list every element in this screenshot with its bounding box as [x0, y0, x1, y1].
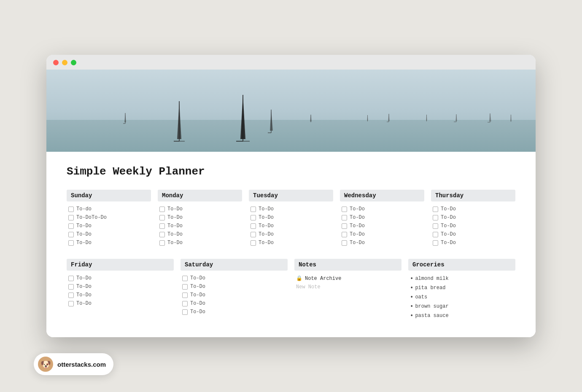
day-header-sunday: Sunday — [67, 190, 151, 201]
checkbox[interactable] — [251, 223, 256, 229]
todo-label: To-Do — [441, 223, 456, 229]
day-column-saturday: SaturdayTo-DoTo-DoTo-DoTo-DoTo-Do — [181, 259, 288, 320]
todo-item: To-DoTo-Do — [67, 213, 151, 222]
checkbox[interactable] — [68, 215, 74, 220]
checkbox[interactable] — [68, 284, 74, 290]
todo-label: To-Do — [350, 206, 365, 212]
checkbox[interactable] — [182, 301, 188, 306]
day-column-monday: MondayTo-DoTo-DoTo-DoTo-DoTo-Do — [158, 190, 242, 247]
todo-label: To-Do — [76, 240, 92, 246]
checkbox[interactable] — [342, 240, 347, 246]
grocery-label: brown sugar — [415, 303, 448, 309]
checkbox[interactable] — [68, 301, 74, 306]
bullet-icon: • — [410, 303, 413, 310]
grocery-label: pasta sauce — [415, 313, 448, 319]
todo-label: To-Do — [350, 223, 365, 229]
maximize-button[interactable] — [71, 60, 76, 65]
checkbox[interactable] — [159, 215, 165, 220]
grocery-label: almond milk — [415, 276, 448, 282]
checkbox[interactable] — [159, 240, 165, 246]
grocery-item: •oats — [408, 293, 515, 302]
todo-label: To-Do — [167, 223, 183, 229]
todo-item: To-Do — [431, 230, 515, 239]
svg-rect-1 — [46, 120, 536, 152]
checkbox[interactable] — [68, 223, 74, 229]
checkbox[interactable] — [159, 232, 165, 237]
checkbox[interactable] — [159, 223, 165, 229]
checkbox[interactable] — [251, 215, 256, 220]
todo-label: To-Do — [259, 223, 274, 229]
todo-label: To-Do — [190, 292, 205, 298]
checkbox[interactable] — [68, 232, 74, 237]
todo-item: To-Do — [158, 239, 242, 247]
todo-label: To-Do — [76, 292, 92, 298]
new-note-placeholder[interactable]: New Note — [294, 283, 401, 291]
todo-label: To-Do — [259, 240, 274, 246]
checkbox[interactable] — [342, 232, 347, 237]
todo-label: To-Do — [76, 301, 92, 306]
todo-item: To-Do — [249, 205, 333, 213]
todo-item: To-do — [67, 205, 151, 213]
todo-label: To-Do — [167, 240, 183, 246]
checkbox[interactable] — [68, 207, 74, 212]
todo-label: To-Do — [167, 206, 183, 212]
todo-item: To-Do — [181, 282, 288, 291]
todo-label: To-do — [76, 206, 92, 212]
checkbox[interactable] — [68, 293, 74, 298]
day-column-wednesday: WednesdayTo-DoTo-DoTo-DoTo-DoTo-Do — [340, 190, 424, 247]
todo-item: To-Do — [67, 282, 174, 291]
checkbox[interactable] — [251, 207, 256, 212]
todo-label: To-Do — [190, 301, 205, 306]
todo-label: To-Do — [350, 215, 365, 220]
checkbox[interactable] — [68, 276, 74, 281]
todo-item: To-Do — [431, 222, 515, 230]
traffic-lights — [53, 60, 529, 70]
minimize-button[interactable] — [62, 60, 67, 65]
hero-image — [46, 70, 536, 152]
checkbox[interactable] — [433, 223, 438, 229]
notes-header: Notes — [294, 259, 401, 271]
checkbox[interactable] — [251, 232, 256, 237]
todo-item: To-Do — [67, 239, 151, 247]
grocery-item: •brown sugar — [408, 302, 515, 311]
checkbox[interactable] — [251, 240, 256, 246]
groceries-column: Groceries•almond milk•pita bread•oats•br… — [408, 259, 515, 320]
day-column-sunday: SundayTo-doTo-DoTo-DoTo-DoTo-DoTo-Do — [67, 190, 151, 247]
checkbox[interactable] — [433, 232, 438, 237]
note-archive-link[interactable]: 🔒Note Archive — [294, 274, 401, 283]
todo-label: To-Do — [441, 231, 456, 237]
checkbox[interactable] — [342, 223, 347, 229]
todo-item: To-Do — [249, 222, 333, 230]
bottom-days-grid: FridayTo-DoTo-DoTo-DoTo-DoSaturdayTo-DoT… — [67, 259, 515, 320]
bullet-icon: • — [410, 285, 413, 291]
todo-label: To-Do — [76, 284, 92, 290]
day-header-monday: Monday — [158, 190, 242, 201]
todo-label: To-Do — [76, 231, 92, 237]
checkbox[interactable] — [182, 284, 188, 290]
todo-item: To-Do — [340, 213, 424, 222]
todo-label: To-Do — [441, 206, 456, 212]
content-area: Simple Weekly Planner SundayTo-doTo-DoTo… — [46, 152, 536, 337]
watermark-url: otterstacks.com — [57, 361, 106, 368]
checkbox[interactable] — [433, 215, 438, 220]
checkbox[interactable] — [342, 215, 347, 220]
checkbox[interactable] — [342, 207, 347, 212]
todo-item: To-Do — [158, 230, 242, 239]
checkbox[interactable] — [182, 293, 188, 298]
todo-item: To-Do — [67, 274, 174, 282]
checkbox[interactable] — [433, 240, 438, 246]
watermark-icon: 🐶 — [38, 357, 53, 372]
archive-label: Note Archive — [305, 276, 341, 282]
browser-window: Simple Weekly Planner SundayTo-doTo-DoTo… — [46, 55, 536, 337]
checkbox[interactable] — [433, 207, 438, 212]
grocery-item: •pasta sauce — [408, 311, 515, 320]
checkbox[interactable] — [159, 207, 165, 212]
todo-item: To-Do — [340, 222, 424, 230]
todo-label: To-Do — [76, 223, 92, 229]
checkbox[interactable] — [182, 276, 188, 281]
checkbox[interactable] — [182, 309, 188, 315]
checkbox[interactable] — [68, 240, 74, 246]
todo-item: To-Do — [181, 274, 288, 282]
todo-label: To-Do — [167, 231, 183, 237]
close-button[interactable] — [53, 60, 59, 65]
